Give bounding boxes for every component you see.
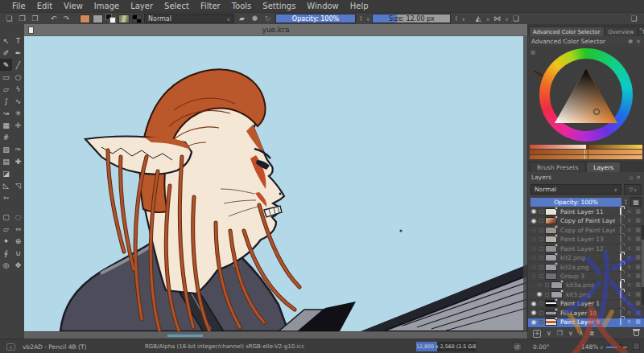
- docker-overflow-icon[interactable]: »: [639, 26, 642, 32]
- eye-hidden-icon[interactable]: ◎: [530, 255, 538, 261]
- swap-colors-icon[interactable]: [105, 14, 116, 23]
- tool-dynamic-brush[interactable]: ↝: [0, 107, 12, 119]
- layer-lock-icon[interactable]: [617, 310, 624, 316]
- layer-label-chip[interactable]: [539, 311, 543, 315]
- tab-brush-presets[interactable]: Brush Presets: [530, 162, 585, 172]
- layer-row[interactable]: ◉kit3.pngα▩: [528, 290, 644, 299]
- tool-elliptical-select[interactable]: ◌: [12, 211, 24, 223]
- layer-row[interactable]: ◎Group 3α▩: [528, 272, 644, 281]
- layer-lock-icon[interactable]: [617, 228, 624, 233]
- save-document-button[interactable]: ❐: [30, 14, 40, 23]
- layer-label-chip[interactable]: [545, 293, 549, 297]
- layer-row[interactable]: ◎Copy of Paint Layer ...α▩: [528, 226, 644, 235]
- menu-view[interactable]: View: [58, 0, 89, 13]
- menu-help[interactable]: Help: [345, 0, 374, 13]
- reload-preset-button[interactable]: ↻: [262, 14, 273, 23]
- tool-magnetic-select[interactable]: ∪: [12, 247, 24, 259]
- zoom-slider[interactable]: [606, 347, 627, 348]
- layer-alpha-lock-icon[interactable]: ▩: [634, 282, 642, 288]
- tool-ellipse[interactable]: ○: [12, 71, 24, 83]
- tool-polygonal-select[interactable]: ▱: [0, 223, 12, 235]
- eye-visible-icon[interactable]: ◉: [530, 301, 538, 307]
- eye-hidden-icon[interactable]: ◎: [530, 273, 538, 279]
- layer-row[interactable]: ◉Paint Layer 9α▩: [528, 318, 644, 327]
- move-layer-down-button[interactable]: ∨: [568, 330, 573, 337]
- menu-file[interactable]: File: [6, 0, 31, 13]
- blending-mode-dropdown[interactable]: Normal ∨: [144, 14, 234, 23]
- layer-inherit-alpha-icon[interactable]: α: [625, 218, 633, 224]
- layer-alpha-lock-icon[interactable]: ▩: [634, 310, 642, 316]
- foreground-color-swatch[interactable]: [80, 14, 90, 23]
- chevron-down-icon[interactable]: ∨: [366, 16, 369, 22]
- layer-alpha-lock-icon[interactable]: ▩: [634, 292, 642, 298]
- tool-gradient[interactable]: ▨: [0, 143, 12, 155]
- new-document-button[interactable]: ❏: [4, 14, 14, 23]
- tool-calligraphy[interactable]: ✒: [12, 47, 24, 59]
- layer-opacity-spinner[interactable]: ▴▾: [623, 199, 629, 205]
- layer-inherit-alpha-icon[interactable]: α: [625, 301, 633, 306]
- layer-label-chip[interactable]: [539, 274, 543, 278]
- layer-row[interactable]: ◉Paint Layer 1α▩: [528, 300, 644, 309]
- layer-row[interactable]: ◎kit3a.pngα▩: [528, 281, 644, 290]
- zoom-fit-button[interactable]: [633, 343, 640, 350]
- layer-alpha-lock-icon[interactable]: ▩: [634, 273, 642, 279]
- pattern-chooser-button[interactable]: [132, 14, 142, 23]
- saturation-value-triangle[interactable]: [552, 66, 620, 125]
- reset-rotation-icon[interactable]: ↺: [512, 342, 522, 352]
- scrollbar-thumb[interactable]: [167, 335, 203, 337]
- undo-button[interactable]: ↶: [48, 14, 59, 23]
- layer-row[interactable]: ◎kit2.pngα▩: [528, 253, 644, 262]
- tool-zoom[interactable]: ◎: [0, 259, 12, 271]
- layer-label-chip[interactable]: [539, 237, 543, 241]
- advanced-color-selector[interactable]: ◍: [528, 47, 644, 161]
- shade-selector[interactable]: [530, 145, 642, 159]
- eye-visible-icon[interactable]: ◉: [535, 291, 543, 298]
- layer-label-chip[interactable]: [539, 302, 543, 306]
- tool-freehand-path[interactable]: ∿: [12, 95, 24, 107]
- eye-hidden-icon[interactable]: ◎: [530, 236, 538, 242]
- eye-visible-icon[interactable]: ◉: [530, 208, 538, 215]
- open-document-button[interactable]: ❒: [17, 14, 27, 23]
- layer-lock-icon[interactable]: [617, 209, 624, 215]
- menu-layer[interactable]: Layer: [125, 0, 159, 13]
- layer-opacity-slider[interactable]: Opacity: 100%: [530, 198, 621, 207]
- selection-indicator-icon[interactable]: ✕: [6, 343, 15, 351]
- layer-alpha-lock-icon[interactable]: ▩: [634, 228, 642, 233]
- selector-settings-icon[interactable]: ◍: [530, 49, 535, 55]
- workspace-chooser-button[interactable]: ❏: [629, 14, 639, 23]
- canvas-horizontal-scrollbar[interactable]: [24, 331, 527, 339]
- tool-freehand-brush[interactable]: ✎: [0, 59, 12, 71]
- delete-layer-button[interactable]: [634, 330, 639, 336]
- tab-overview[interactable]: Overview: [605, 27, 638, 36]
- menu-select[interactable]: Select: [159, 0, 195, 13]
- layer-lock-icon[interactable]: [617, 282, 624, 288]
- layer-inherit-alpha-icon[interactable]: α: [625, 228, 633, 233]
- tool-edit-shapes[interactable]: ✐: [0, 47, 12, 59]
- tool-measure[interactable]: ◹: [12, 179, 24, 191]
- tool-polygon[interactable]: ▱: [0, 83, 12, 95]
- tool-assistants[interactable]: ◺: [0, 179, 12, 191]
- add-layer-button[interactable]: +: [533, 330, 541, 338]
- layer-label-chip[interactable]: [539, 256, 543, 260]
- layer-inherit-alpha-icon[interactable]: α: [625, 265, 633, 270]
- menu-filter[interactable]: Filter: [195, 0, 226, 13]
- layer-properties-button[interactable]: ≣: [589, 330, 595, 337]
- opacity-slider[interactable]: Opacity: 100%: [275, 14, 356, 23]
- layer-lock-icon[interactable]: [617, 265, 624, 270]
- layer-inherit-alpha-icon[interactable]: α: [625, 246, 633, 252]
- mirror-vertical-button[interactable]: ⋈: [492, 14, 502, 23]
- size-slider[interactable]: Size: 12.00 px: [372, 14, 451, 23]
- tool-transform[interactable]: ▦: [0, 119, 12, 131]
- tool-line[interactable]: ╱: [12, 59, 24, 71]
- layer-inherit-alpha-icon[interactable]: α: [625, 319, 633, 325]
- layer-row[interactable]: ◉Copy of Paint Layer ...α▩: [528, 216, 644, 225]
- tool-freehand-select[interactable]: ∾: [12, 223, 24, 235]
- layer-lock-icon[interactable]: [617, 301, 624, 306]
- layer-lock-icon[interactable]: [617, 292, 624, 298]
- layer-label-chip[interactable]: [539, 265, 543, 269]
- layer-label-chip[interactable]: [545, 283, 549, 287]
- eye-visible-icon[interactable]: ◉: [530, 218, 538, 224]
- tab-advanced-color-selector[interactable]: Advanced Color Selector: [529, 27, 605, 36]
- chevron-down-icon[interactable]: ∨: [600, 344, 603, 350]
- tool-crop[interactable]: #: [0, 131, 12, 143]
